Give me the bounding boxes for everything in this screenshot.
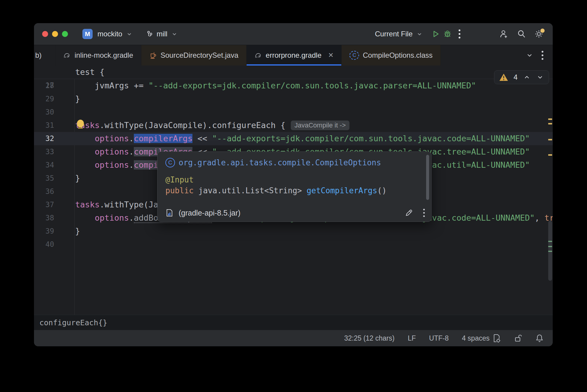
notifications-button[interactable] [535, 334, 544, 343]
file-encoding[interactable]: UTF-8 [429, 334, 449, 342]
chevron-down-icon[interactable] [526, 51, 533, 59]
yellow-stripe-mark[interactable] [548, 154, 552, 156]
signature-parens: () [377, 186, 386, 195]
minimize-window-button[interactable] [52, 31, 58, 37]
branch-icon [146, 30, 154, 38]
run-configuration-selector[interactable]: Current File [375, 30, 423, 38]
run-button[interactable] [429, 28, 441, 40]
signature-type: java.util.List<String> [198, 186, 307, 195]
tab-label: errorprone.gradle [266, 51, 321, 60]
line-number: 17 [34, 79, 54, 92]
kebab-menu-icon[interactable] [541, 51, 544, 60]
code-text: options.compilerArgs << "--add-exports=j… [75, 132, 530, 145]
tab-label: CompileOptions.class [363, 51, 432, 60]
chevron-down-icon [416, 31, 423, 37]
tab-compileoptions-class[interactable]: C CompileOptions.class [342, 45, 441, 66]
close-window-button[interactable] [42, 31, 48, 37]
search-everywhere-button[interactable] [515, 28, 527, 40]
signature-method: getCompilerArgs [307, 186, 377, 195]
code-text: tasks.withType(JavaCompile).configureEac… [75, 119, 349, 132]
branch-name: mill [157, 30, 167, 38]
tab-label: SourceDirectorySet.java [161, 51, 238, 60]
line-number: 38 [34, 211, 54, 225]
code-style-file-icon [493, 334, 501, 343]
more-actions-button[interactable] [453, 28, 466, 40]
titlebar-actions: Current File [375, 28, 545, 40]
green-stripe-mark[interactable] [548, 251, 552, 252]
vcs-branch-selector[interactable]: mill [146, 30, 178, 38]
java-icon [149, 51, 157, 59]
code-line[interactable]: 32 options.compilerArgs << "--add-export… [34, 132, 553, 145]
project-selector[interactable]: mockito [97, 30, 133, 38]
edit-source-button[interactable] [405, 209, 413, 217]
tab-errorprone-gradle[interactable]: errorprone.gradle ✕ [247, 45, 342, 66]
indent-setting[interactable]: 4 spaces [462, 334, 501, 343]
settings-notification-dot [540, 29, 545, 33]
class-icon: C [349, 51, 359, 60]
play-icon [431, 29, 440, 38]
inlay-hint[interactable]: JavaCompile it -> [291, 121, 349, 130]
code-line[interactable]: 31tasks.withType(JavaCompile).configureE… [34, 119, 553, 132]
caret-position[interactable]: 32:25 (12 chars) [344, 334, 394, 342]
gradle-icon [254, 51, 262, 59]
settings-button[interactable] [533, 28, 545, 40]
debug-button[interactable] [441, 28, 453, 40]
green-stripe-mark[interactable] [548, 241, 552, 242]
search-icon [517, 29, 526, 39]
line-number: 40 [34, 238, 54, 251]
project-icon: M [82, 29, 93, 39]
signature-keyword: public [165, 186, 198, 195]
tab-sourcedirectoryset-java[interactable]: SourceDirectorySet.java [141, 45, 247, 66]
error-stripe[interactable] [547, 66, 553, 315]
yellow-stripe-mark[interactable] [548, 139, 552, 140]
code-text: } [75, 92, 80, 106]
code-with-me-button[interactable] [498, 28, 510, 40]
bell-icon [535, 334, 544, 343]
line-separator[interactable]: LF [408, 334, 416, 342]
tab-truncated[interactable]: b) [34, 45, 55, 66]
code-line[interactable]: 28 jvmArgs += "--add-exports=jdk.compile… [34, 79, 553, 92]
title-bar: M mockito mill Current File [34, 23, 553, 45]
readonly-toggle[interactable] [514, 334, 522, 343]
yellow-stripe-mark[interactable] [548, 123, 552, 124]
prev-problem-chevron-up-icon[interactable] [523, 73, 531, 81]
code-line[interactable]: 40 [34, 238, 553, 251]
unlocked-padlock-icon [514, 334, 522, 343]
class-icon: C [165, 158, 175, 167]
line-number: 34 [34, 158, 54, 172]
editor-tab-bar: b) inline-mock.gradle SourceDirectorySet… [34, 45, 553, 66]
documentation-popup: C org.gradle.api.tasks.compile.CompileOp… [157, 152, 432, 222]
gradle-icon [63, 51, 71, 59]
breadcrumb[interactable]: configureEach{} [39, 318, 107, 327]
doc-class-reference[interactable]: org.gradle.api.tasks.compile.CompileOpti… [179, 158, 381, 167]
doc-source-jar: (gradle-api-8.5.jar) [179, 209, 241, 217]
code-editor[interactable]: 17 test { 28 jvmArgs += "--add-exports=j… [34, 66, 553, 315]
tab-label: inline-mock.gradle [75, 51, 133, 60]
indent-label: 4 spaces [462, 334, 490, 342]
inspections-widget[interactable]: 4 [494, 70, 549, 84]
code-line[interactable]: 39} [34, 225, 553, 238]
line-number: 36 [34, 185, 54, 198]
warning-count: 4 [514, 73, 518, 81]
chevron-down-icon [171, 31, 178, 37]
doc-more-options-button[interactable] [423, 208, 425, 217]
bug-icon [443, 29, 452, 38]
tab-inline-mock-gradle[interactable]: inline-mock.gradle [55, 45, 141, 66]
popup-scrollbar[interactable] [426, 155, 429, 200]
status-bar: 32:25 (12 chars) LF UTF-8 4 spaces [34, 330, 553, 346]
project-name: mockito [97, 30, 122, 38]
yellow-stripe-mark[interactable] [548, 118, 552, 120]
zoom-window-button[interactable] [62, 31, 68, 37]
close-tab-icon[interactable]: ✕ [328, 51, 333, 59]
kebab-menu-icon [458, 29, 461, 39]
sticky-line[interactable]: 17 test { [34, 66, 553, 79]
next-problem-chevron-down-icon[interactable] [536, 73, 544, 81]
library-jar-icon [165, 208, 174, 217]
code-text: } [75, 225, 80, 238]
line-number: 31 [34, 119, 54, 132]
intention-bulb-icon[interactable] [77, 120, 84, 127]
code-line[interactable]: 30 [34, 106, 553, 119]
code-line[interactable]: 29} [34, 92, 553, 106]
green-stripe-mark[interactable] [548, 246, 552, 247]
tab-label: b) [35, 51, 41, 60]
